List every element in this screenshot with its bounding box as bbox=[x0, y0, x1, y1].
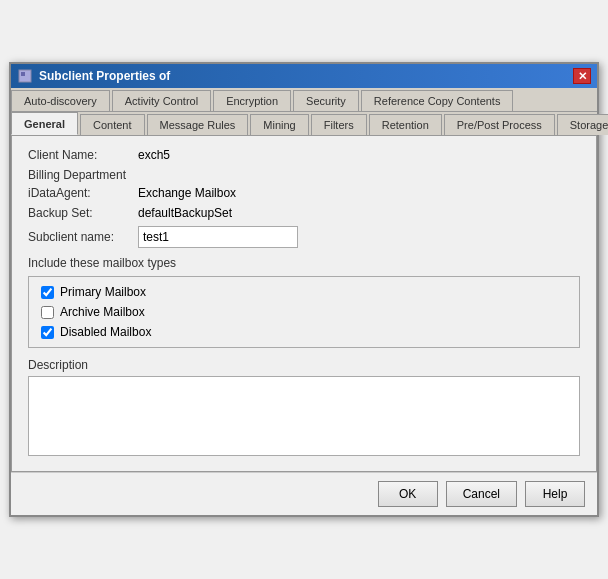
tab-message-rules[interactable]: Message Rules bbox=[147, 114, 249, 135]
mailbox-types-section: Include these mailbox types Primary Mail… bbox=[28, 256, 580, 348]
client-name-row: Client Name: exch5 bbox=[28, 148, 580, 162]
tab-reference-copy[interactable]: Reference Copy Contents bbox=[361, 90, 514, 111]
description-input[interactable] bbox=[28, 376, 580, 456]
tab-auto-discovery[interactable]: Auto-discovery bbox=[11, 90, 110, 111]
archive-mailbox-row: Archive Mailbox bbox=[41, 305, 567, 319]
tab-general[interactable]: General bbox=[11, 112, 78, 135]
close-button[interactable]: ✕ bbox=[573, 68, 591, 84]
backup-set-value: defaultBackupSet bbox=[138, 206, 232, 220]
tab-prepost[interactable]: Pre/Post Process bbox=[444, 114, 555, 135]
client-name-value: exch5 bbox=[138, 148, 170, 162]
primary-mailbox-checkbox[interactable] bbox=[41, 286, 54, 299]
disabled-mailbox-checkbox[interactable] bbox=[41, 326, 54, 339]
disabled-mailbox-row: Disabled Mailbox bbox=[41, 325, 567, 339]
tab-content[interactable]: Content bbox=[80, 114, 145, 135]
primary-mailbox-label: Primary Mailbox bbox=[60, 285, 146, 299]
idataagent-label: iDataAgent: bbox=[28, 186, 138, 200]
window-title: Subclient Properties of bbox=[39, 69, 170, 83]
backup-set-label: Backup Set: bbox=[28, 206, 138, 220]
description-section: Description bbox=[28, 358, 580, 459]
title-bar: Subclient Properties of ✕ bbox=[11, 64, 597, 88]
svg-rect-1 bbox=[21, 72, 25, 76]
billing-row: Billing Department bbox=[28, 168, 580, 182]
disabled-mailbox-label: Disabled Mailbox bbox=[60, 325, 151, 339]
cancel-button[interactable]: Cancel bbox=[446, 481, 517, 507]
tabs-row1: Auto-discovery Activity Control Encrypti… bbox=[11, 88, 597, 112]
subclient-name-row: Subclient name: bbox=[28, 226, 580, 248]
archive-mailbox-label: Archive Mailbox bbox=[60, 305, 145, 319]
tab-encryption[interactable]: Encryption bbox=[213, 90, 291, 111]
tab-security[interactable]: Security bbox=[293, 90, 359, 111]
subclient-name-label: Subclient name: bbox=[28, 230, 138, 244]
backup-set-row: Backup Set: defaultBackupSet bbox=[28, 206, 580, 220]
primary-mailbox-row: Primary Mailbox bbox=[41, 285, 567, 299]
idataagent-row: iDataAgent: Exchange Mailbox bbox=[28, 186, 580, 200]
tabs-row2: General Content Message Rules Mining Fil… bbox=[11, 112, 597, 136]
mailbox-types-label: Include these mailbox types bbox=[28, 256, 580, 270]
billing-label: Billing Department bbox=[28, 168, 126, 182]
tab-mining[interactable]: Mining bbox=[250, 114, 308, 135]
idataagent-value: Exchange Mailbox bbox=[138, 186, 236, 200]
ok-button[interactable]: OK bbox=[378, 481, 438, 507]
main-window: Subclient Properties of ✕ Auto-discovery… bbox=[9, 62, 599, 517]
button-bar: OK Cancel Help bbox=[11, 472, 597, 515]
window-icon bbox=[17, 68, 33, 84]
help-button[interactable]: Help bbox=[525, 481, 585, 507]
subclient-name-input[interactable] bbox=[138, 226, 298, 248]
client-name-label: Client Name: bbox=[28, 148, 138, 162]
title-bar-left: Subclient Properties of bbox=[17, 68, 170, 84]
content-area: Client Name: exch5 Billing Department iD… bbox=[11, 136, 597, 472]
tab-activity-control[interactable]: Activity Control bbox=[112, 90, 211, 111]
description-label: Description bbox=[28, 358, 580, 372]
tab-storage[interactable]: Storage Device bbox=[557, 114, 608, 135]
tab-retention[interactable]: Retention bbox=[369, 114, 442, 135]
archive-mailbox-checkbox[interactable] bbox=[41, 306, 54, 319]
tab-filters[interactable]: Filters bbox=[311, 114, 367, 135]
